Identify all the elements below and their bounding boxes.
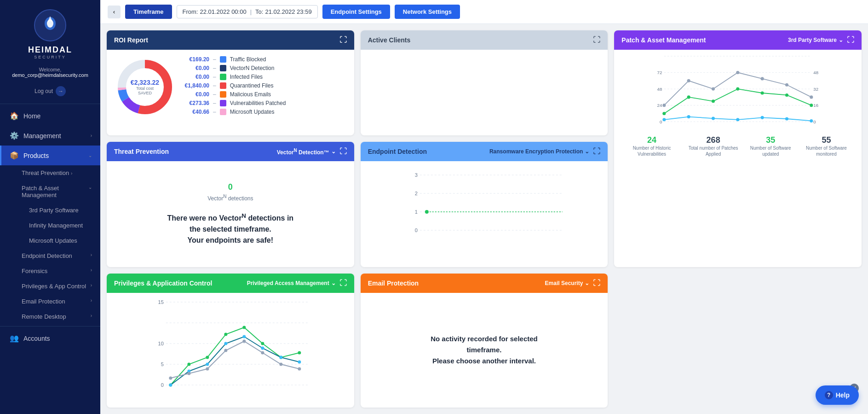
sidebar-item-3rdparty[interactable]: 3rd Party Software — [0, 203, 100, 218]
help-button[interactable]: ? Help — [816, 385, 859, 405]
nav-forensics-label: Forensics — [22, 268, 47, 274]
logo-text: HEIMDAL — [28, 45, 72, 55]
svg-text:2: 2 — [414, 191, 417, 196]
sidebar-item-accounts[interactable]: 👥 Accounts — [0, 328, 100, 348]
legend-amount-vuln: €273.36 — [184, 100, 209, 106]
svg-text:24: 24 — [657, 103, 662, 108]
management-icon: ⚙️ — [10, 131, 19, 140]
dashboard: ROI Report ⛶ — [100, 24, 868, 414]
sidebar: HEIMDAL SECURITY Welcome, demo_corp@heim… — [0, 0, 100, 414]
sidebar-item-ms-updates[interactable]: Microsoft Updates — [0, 233, 100, 248]
legend-label-traffic: Traffic Blocked — [230, 56, 266, 63]
legend-amount-malicious: €0.00 — [184, 91, 209, 98]
patch-stat-55: 55 — [798, 135, 855, 145]
patch-expand-icon[interactable]: ⛶ — [847, 36, 854, 44]
email-msg-line3: Please choose another interval. — [432, 357, 536, 365]
privileges-dropdown[interactable]: Privileged Access Management ⌄ — [247, 280, 336, 286]
privileges-expand-icon[interactable]: ⛶ — [339, 279, 347, 287]
accounts-icon: 👥 — [10, 334, 19, 343]
nav-endpoint-label: Endpoint Detection — [22, 252, 72, 259]
patch-chevron: ⌄ — [88, 185, 92, 198]
legend-item-vectorn: €0.00 – VectorN Detection — [184, 65, 346, 71]
roi-legend: €169.20 – Traffic Blocked €0.00 – Vector… — [184, 56, 346, 117]
sidebar-item-forensics[interactable]: Forensics › — [0, 263, 100, 279]
products-chevron: ⌄ — [88, 153, 92, 158]
legend-label-vuln: Vulnerabilities Patched — [230, 100, 286, 106]
patch-header: Patch & Asset Management 3rd Party Softw… — [614, 30, 862, 50]
privileges-title: Privileges & Application Control — [114, 280, 212, 287]
endpoint-expand-icon[interactable]: ⛶ — [593, 147, 600, 156]
sidebar-item-home[interactable]: 🏠 Home — [0, 106, 100, 126]
roi-body: €2,323.22 Total cost SAVED €169.20 – Tra… — [107, 50, 354, 124]
nav-management-label: Management — [23, 132, 61, 140]
svg-text:0: 0 — [161, 382, 164, 388]
legend-amount-infected: €0.00 — [184, 74, 209, 80]
legend-label-quarantined: Quarantined Files — [230, 82, 274, 89]
svg-point-82 — [261, 351, 264, 354]
legend-dot-traffic — [220, 56, 226, 63]
threat-expand-icon[interactable]: ⛶ — [339, 147, 347, 156]
svg-text:1: 1 — [414, 209, 417, 215]
sidebar-item-threat-prevention[interactable]: Threat Prevention › — [0, 165, 100, 181]
patch-stat-35: 35 — [744, 135, 798, 145]
threat-dropdown[interactable]: VectorN Detection™ ⌄ — [277, 148, 336, 156]
svg-point-35 — [663, 118, 666, 121]
threat-msg-line3: Your endpoints are safe! — [188, 236, 273, 244]
svg-point-28 — [663, 112, 666, 115]
sidebar-item-endpoint[interactable]: Endpoint Detection › — [0, 248, 100, 263]
logo-icon — [34, 9, 66, 41]
svg-point-80 — [224, 349, 227, 352]
email-expand-icon[interactable]: ⛶ — [593, 279, 600, 287]
patch-header-right: 3rd Party Software ⌄ ⛶ — [788, 36, 854, 44]
patch-body: 0 24 48 72 0 16 32 48 — [614, 50, 862, 267]
sidebar-item-products[interactable]: 📦 Products ⌄ — [0, 146, 100, 165]
svg-point-77 — [169, 376, 172, 379]
active-clients-body — [361, 50, 608, 135]
threat-body: 0 VectorN detections There were no Vecto… — [107, 161, 354, 267]
nav-products-label: Products — [23, 152, 49, 159]
logout-button[interactable]: Log out → — [27, 84, 73, 98]
network-settings-button[interactable]: Network Settings — [395, 5, 460, 19]
svg-point-36 — [687, 115, 690, 118]
active-expand-icon[interactable]: ⛶ — [593, 36, 600, 44]
svg-point-63 — [206, 356, 209, 359]
email-message: No activity recorded for selected timefr… — [431, 333, 538, 367]
home-icon: 🏠 — [10, 111, 19, 120]
endpoint-dropdown[interactable]: Ransomware Encryption Protection ⌄ — [489, 148, 589, 155]
legend-amount-quarantined: €1,840.00 — [184, 82, 209, 89]
legend-dot-infected — [220, 74, 226, 80]
endpoint-settings-button[interactable]: Endpoint Settings — [322, 5, 390, 19]
privileges-card: Privileges & Application Control Privile… — [107, 274, 354, 408]
email-title: Email Protection — [368, 280, 419, 287]
threat-msg-line1: There were no VectorN detections in — [167, 214, 294, 222]
sidebar-item-patch[interactable]: Patch & Asset Management ⌄ — [0, 181, 100, 203]
email-dropdown[interactable]: Email Security ⌄ — [545, 280, 590, 286]
timeframe-button[interactable]: Timeframe — [125, 5, 172, 19]
collapse-sidebar-button[interactable]: ‹ — [108, 6, 121, 18]
svg-point-22 — [687, 79, 690, 82]
legend-label-infected: Infected Files — [230, 74, 263, 80]
sidebar-item-management[interactable]: ⚙️ Management › — [0, 126, 100, 146]
patch-card: Patch & Asset Management 3rd Party Softw… — [614, 30, 862, 267]
sidebar-item-email[interactable]: Email Protection › — [0, 294, 100, 309]
svg-point-84 — [298, 367, 301, 370]
email-chevron: › — [91, 298, 92, 305]
legend-item-infected: €0.00 – Infected Files — [184, 74, 346, 80]
threat-count: 0 — [228, 182, 233, 192]
nav-accounts-label: Accounts — [23, 335, 50, 342]
sidebar-item-privileges[interactable]: Privileges & App Control › — [0, 279, 100, 294]
topbar: ‹ Timeframe From: 22.01.2022 00:00 | To:… — [100, 0, 868, 24]
roi-expand-icon[interactable]: ⛶ — [339, 36, 347, 44]
sidebar-item-infinity[interactable]: Infinity Management — [0, 218, 100, 233]
email-msg-line2: timeframe. — [467, 346, 502, 354]
from-value: 22.01.2022 00:00 — [200, 8, 246, 15]
svg-point-72 — [224, 342, 227, 345]
roi-card-header: ROI Report ⛶ — [107, 30, 354, 50]
forensics-chevron: › — [91, 268, 92, 274]
legend-item-ms: €40.66 – Microsoft Updates — [184, 109, 346, 115]
privileges-dropdown-chevron: ⌄ — [331, 280, 336, 286]
sidebar-item-remote[interactable]: Remote Desktop › — [0, 309, 100, 324]
svg-text:16: 16 — [814, 103, 819, 108]
patch-dropdown[interactable]: 3rd Party Software ⌄ — [788, 37, 843, 43]
help-label: Help — [836, 391, 850, 399]
